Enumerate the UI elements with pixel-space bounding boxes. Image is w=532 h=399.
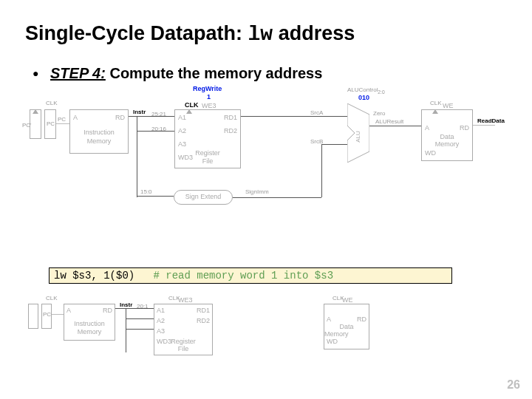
regwrite-label: RegWrite (193, 85, 222, 92)
srca-lbl: SrcA (310, 109, 323, 116)
datapath-diagram-full: RegWrite 1 ALUControl2:0 010 CLK CLK CLK… (22, 85, 510, 211)
aluctrl-val: 010 (358, 94, 369, 101)
imem-l1: Instruction (70, 129, 128, 137)
bits2521: 25:21 (151, 111, 166, 117)
imem-a: A (73, 115, 78, 122)
zero-lbl: Zero (373, 110, 385, 117)
d2-dmem: A RD WD WE Data Memory (324, 304, 369, 349)
title-pre: Single-Cycle Datapath: (25, 22, 248, 44)
imem-l2: Memory (70, 138, 128, 146)
pc-txt: PC (47, 120, 55, 127)
dm-rd: RD (460, 125, 469, 132)
code-inst: lw $s3, 1($0) (54, 270, 134, 282)
datapath-diagram-partial: CLK CLK CLK PC A RD Instruction Memory I… (22, 292, 466, 381)
rf-a3: A3 (178, 141, 186, 149)
dm-l2: Memory (422, 141, 472, 149)
rf-l2: File (175, 158, 240, 166)
dm-wd: WD (425, 150, 436, 157)
slide-title: Single-Cycle Datapath: lw address (25, 22, 355, 46)
pcprime-label: PC' (22, 122, 32, 129)
step-rest: Compute the memory address (106, 65, 322, 81)
d2-pcprime (28, 304, 38, 329)
rf-rd2: RD2 (224, 128, 237, 135)
page-number: 26 (507, 378, 520, 392)
dm-we: WE (443, 103, 454, 110)
bits150: 15:0 (140, 188, 152, 195)
aluresult-lbl: ALUResult (375, 118, 403, 125)
instruction-memory: A RD Instruction Memory (69, 109, 129, 154)
svg-text:ALU: ALU (355, 131, 361, 143)
clk-dmem: CLK (430, 100, 442, 106)
srcb-lbl: SrcB (310, 138, 323, 145)
code-comment: # read memory word 1 into $s3 (153, 270, 333, 282)
signimm-lbl: SignImm (245, 188, 269, 195)
imem-rd: RD (115, 115, 125, 122)
regwrite-val: 1 (207, 93, 211, 100)
d2-instr: Instr (120, 301, 132, 308)
data-memory: A RD WD WE Data Memory (421, 109, 473, 161)
rf-rd1: RD1 (224, 115, 237, 122)
code-example: lw $s3, 1($0) # read memory word 1 into … (49, 267, 452, 284)
sign-extend: Sign Extend (174, 190, 233, 205)
title-post: address (273, 22, 355, 44)
alu: ALU (347, 103, 369, 163)
rf-a2: A2 (178, 128, 186, 135)
clk-rf: CLK (185, 101, 199, 109)
bullet-marker: ● (33, 67, 38, 79)
d2-clk-pc: CLK (46, 295, 58, 301)
rf-a1: A1 (178, 115, 186, 122)
aluctrl-label: ALUControl2:0 (347, 86, 385, 95)
readdata-lbl: ReadData (477, 117, 505, 124)
rf-l1: Register (175, 150, 240, 157)
pc-sig: PC (58, 116, 66, 123)
d2-imem: A RD Instruction Memory (64, 304, 115, 341)
instr-sig: Instr (133, 109, 146, 115)
d2-bits201: 20:1 (137, 303, 149, 310)
d2-rf: A1 A2 A3 WD3 RD1 RD2 WE3 Register File (154, 304, 213, 355)
bits2016: 20:16 (151, 126, 166, 132)
step-label: STEP 4: (50, 65, 106, 81)
register-file: A1 A2 A3 WD3 RD1 RD2 WE3 Register File (174, 109, 241, 168)
bullet-step4: ● STEP 4: Compute the memory address (33, 65, 322, 82)
clk-pc: CLK (46, 100, 58, 106)
dm-a: A (425, 125, 429, 132)
rf-we3: WE3 (202, 103, 216, 110)
title-mono: lw (248, 23, 273, 46)
